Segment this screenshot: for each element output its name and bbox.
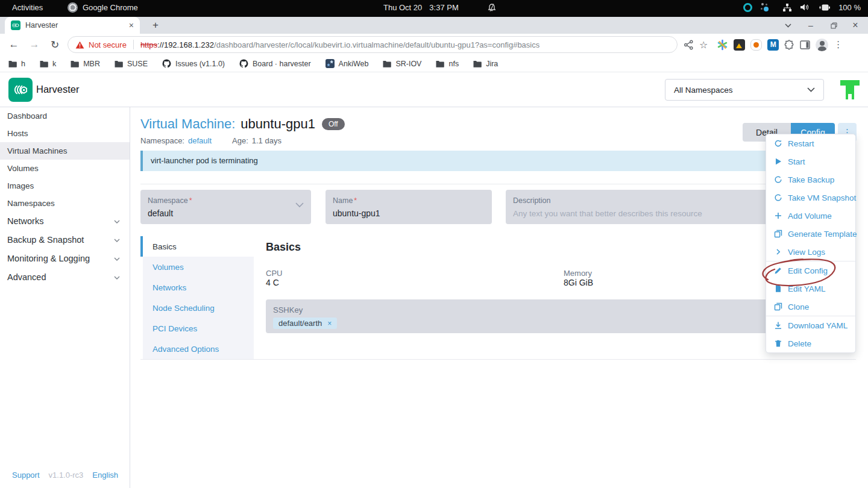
sidebar-item-images[interactable]: Images — [0, 177, 130, 195]
tab-node-scheduling[interactable]: Node Scheduling — [143, 298, 254, 318]
plus-icon — [774, 211, 782, 220]
bookmark-folder-k[interactable]: k — [40, 60, 56, 68]
chevron-down-icon — [114, 257, 120, 261]
description-field-label: Description — [513, 196, 551, 205]
name-field[interactable]: Name* ubuntu-gpu1 — [326, 190, 492, 224]
tab-networks[interactable]: Networks — [143, 277, 254, 298]
extension-orange-icon[interactable] — [750, 39, 762, 51]
new-tab-button[interactable]: + — [148, 19, 163, 32]
bookmark-star-icon[interactable]: ☆ — [699, 39, 708, 51]
extension-mountain-icon[interactable] — [734, 39, 745, 51]
tab-advanced-options[interactable]: Advanced Options — [143, 339, 254, 359]
age-value: 1.1 days — [252, 136, 281, 145]
menu-item-take-backup[interactable]: Take Backup — [766, 170, 855, 189]
sidebar-item-dashboard[interactable]: Dashboard — [0, 107, 130, 125]
window-minimize-button[interactable]: – — [803, 18, 819, 33]
sidebar-item-hosts[interactable]: Hosts — [0, 125, 130, 142]
bookmark-folder-mbr[interactable]: MBR — [71, 60, 100, 68]
menu-item-view-logs[interactable]: View Logs — [766, 243, 855, 261]
name-field-value: ubuntu-gpu1 — [333, 208, 485, 218]
activities-button[interactable]: Activities — [12, 3, 43, 12]
tab-search-icon[interactable] — [780, 18, 796, 33]
namespace-field[interactable]: Namespace* default — [140, 190, 311, 224]
tab-pci-devices[interactable]: PCI Devices — [143, 318, 254, 339]
side-panel-icon[interactable] — [800, 40, 810, 49]
namespace-field-value: default — [148, 208, 304, 218]
reload-button[interactable]: ↻ — [45, 39, 65, 51]
language-link[interactable]: English — [92, 471, 118, 480]
menu-item-restart[interactable]: Restart — [766, 134, 855, 152]
sidebar-item-virtual-machines[interactable]: Virtual Machines — [0, 142, 130, 160]
sidebar-item-volumes[interactable]: Volumes — [0, 160, 130, 177]
menu-item-delete[interactable]: Delete — [766, 334, 855, 352]
extension-m-icon[interactable]: M — [767, 39, 779, 51]
window-restore-button[interactable] — [826, 18, 841, 33]
bookmarks-bar: h k MBR SUSE Issues (v1.1.0) Board · har… — [0, 55, 868, 72]
menu-item-clone[interactable]: Clone — [766, 298, 855, 316]
battery-charging-icon — [817, 4, 831, 11]
folder-icon — [473, 60, 482, 67]
file-icon — [774, 284, 782, 293]
notifications-muted-icon — [488, 3, 496, 12]
menu-item-download-yaml[interactable]: Download YAML — [766, 316, 855, 334]
menu-item-edit-yaml[interactable]: Edit YAML — [766, 280, 855, 298]
time-label: 3:37 PM — [429, 3, 458, 12]
focused-app-label: Google Chrome — [83, 3, 138, 12]
remove-tag-icon[interactable]: × — [327, 319, 332, 328]
sidebar-group-advanced[interactable]: Advanced — [0, 268, 130, 287]
focused-app-menu[interactable]: Google Chrome — [68, 2, 138, 13]
system-tray[interactable]: 100 % — [743, 2, 861, 12]
namespace-link[interactable]: default — [188, 136, 212, 145]
tab-volumes[interactable]: Volumes — [143, 257, 254, 277]
trash-icon — [774, 339, 782, 348]
clone-icon — [774, 302, 782, 311]
page-subtitle: Namespace: default Age: 1.1 days — [140, 136, 281, 145]
support-link[interactable]: Support — [12, 471, 40, 480]
not-secure-label: Not secure — [89, 40, 127, 49]
vm-name-label: ubuntu-gpu1 — [241, 116, 315, 132]
sidebar-group-networks[interactable]: Networks — [0, 212, 130, 231]
folder-icon — [71, 60, 79, 67]
divider — [140, 184, 856, 184]
bookmark-folder-sriov[interactable]: SR-IOV — [383, 60, 421, 68]
menu-item-edit-config[interactable]: Edit Config — [766, 261, 855, 280]
extension-colorful-icon[interactable] — [717, 39, 728, 51]
play-icon — [774, 157, 782, 166]
bookmark-github-issues[interactable]: Issues (v1.1.0) — [162, 59, 225, 68]
menu-item-take-vm-snapshot[interactable]: Take VM Snapshot — [766, 189, 855, 207]
clock[interactable]: Thu Oct 20 3:37 PM — [383, 3, 496, 12]
profile-avatar[interactable] — [816, 39, 828, 51]
namespace-filter-select[interactable]: All Namespaces — [665, 79, 824, 101]
extensions-puzzle-icon[interactable] — [784, 40, 794, 50]
window-close-button[interactable]: × — [848, 18, 863, 33]
tab-close-icon[interactable]: × — [129, 20, 134, 30]
harvester-logo[interactable] — [8, 78, 33, 102]
bookmark-folder-suse[interactable]: SUSE — [115, 60, 148, 68]
menu-item-add-volume[interactable]: Add Volume — [766, 207, 855, 225]
product-name: Harvester — [36, 84, 80, 95]
browser-tab-harvester[interactable]: Harvester × — [5, 17, 140, 34]
wired-network-icon — [782, 3, 792, 12]
sidebar-item-namespaces[interactable]: Namespaces — [0, 195, 130, 212]
browser-menu-icon[interactable]: ⋮ — [834, 39, 843, 50]
namespace-label: Namespace: — [140, 136, 184, 145]
bookmark-folder-jira[interactable]: Jira — [473, 60, 498, 68]
bookmark-folder-nfs[interactable]: nfs — [436, 60, 459, 68]
resource-type-label: Virtual Machine: — [140, 116, 235, 132]
chevron-down-icon — [114, 276, 120, 280]
version-label: v1.1.0-rc3 — [49, 471, 84, 480]
forward-button[interactable]: → — [24, 39, 45, 51]
tab-basics[interactable]: Basics — [143, 236, 254, 257]
bookmark-ankiweb[interactable]: AnkiWeb — [326, 59, 369, 68]
divider — [140, 359, 856, 360]
sidebar-group-backup-snapshot[interactable]: Backup & Snapshot — [0, 231, 130, 249]
menu-item-generate-template[interactable]: Generate Template — [766, 225, 855, 243]
template-icon — [774, 230, 782, 238]
share-icon[interactable] — [684, 40, 694, 50]
menu-item-start[interactable]: Start — [766, 152, 855, 170]
bookmark-folder-h[interactable]: h — [8, 60, 25, 68]
address-bar[interactable]: Not secure https://192.168.1.232/dashboa… — [68, 36, 678, 53]
sidebar-group-monitoring-logging[interactable]: Monitoring & Logging — [0, 249, 130, 268]
back-button[interactable]: ← — [4, 39, 24, 51]
bookmark-github-board[interactable]: Board · harvester — [239, 59, 311, 68]
